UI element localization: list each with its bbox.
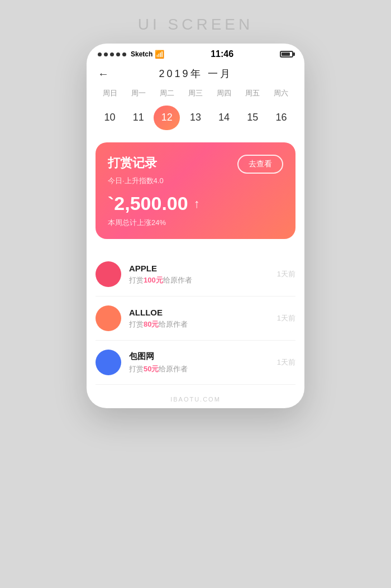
week-header-sat: 周六	[267, 86, 295, 101]
card-amount: `2,500.00	[108, 193, 188, 214]
calendar-day-15[interactable]: 15	[239, 106, 267, 129]
nav-bar: ← 2019年 一月	[87, 63, 304, 86]
card-top-row: 打赏记录 去查看	[108, 155, 283, 174]
record-time: 1天前	[277, 269, 295, 279]
status-time: 11:46	[211, 49, 233, 59]
card-subtitle: 今日·上升指数4.0	[108, 176, 283, 186]
record-item[interactable]: ALLLOE打赏80元给原作者1天前	[96, 297, 295, 341]
signal-dot-2	[104, 52, 108, 56]
page-bg-title: UI SCREEN	[138, 16, 253, 34]
record-desc: 打赏80元给原作者	[129, 319, 269, 329]
calendar-day-11[interactable]: 11	[124, 106, 152, 129]
calendar-day-16[interactable]: 16	[267, 106, 295, 129]
record-info: APPLE打赏100元给原作者	[129, 264, 269, 285]
week-header-wed: 周三	[181, 86, 209, 101]
battery-icon	[280, 51, 293, 58]
week-header-mon: 周一	[124, 86, 152, 101]
record-avatar	[96, 261, 121, 287]
reward-card: 打赏记录 去查看 今日·上升指数4.0 `2,500.00 ↑ 本周总计上涨24…	[96, 142, 295, 239]
record-info: 包图网打赏50元给原作者	[129, 351, 269, 374]
wifi-icon: 📶	[155, 50, 164, 59]
card-up-arrow-icon: ↑	[194, 197, 200, 211]
watermark: IBAOTU.COM	[87, 385, 304, 408]
phone-frame: Sketch 📶 11:46 ← 2019年 一月 周日 周一 周二 周三 周四…	[87, 44, 304, 408]
calendar-day-12[interactable]: 12	[152, 106, 181, 129]
calendar-days: 10 11 12 13 14 15 16	[96, 106, 295, 129]
week-header-fri: 周五	[239, 86, 267, 101]
week-header-thu: 周四	[210, 86, 239, 101]
record-name: 包图网	[129, 351, 269, 362]
calendar-day-13[interactable]: 13	[181, 106, 209, 129]
week-headers: 周日 周一 周二 周三 周四 周五 周六	[96, 86, 295, 101]
calendar-day-14[interactable]: 14	[210, 106, 239, 129]
record-name: ALLLOE	[129, 308, 269, 317]
status-right	[280, 51, 293, 58]
nav-title: 2019年 一月	[159, 67, 232, 80]
record-list: APPLE打赏100元给原作者1天前ALLLOE打赏80元给原作者1天前包图网打…	[87, 252, 304, 385]
calendar-section: 周日 周一 周二 周三 周四 周五 周六 10 11 12 13 14 15 1…	[87, 86, 304, 129]
record-desc: 打赏50元给原作者	[129, 364, 269, 374]
week-header-sun: 周日	[96, 86, 124, 101]
status-left: Sketch 📶	[98, 50, 164, 59]
signal-dot-4	[116, 52, 120, 56]
card-view-button[interactable]: 去查看	[237, 155, 283, 174]
week-header-tue: 周二	[152, 86, 181, 101]
record-avatar	[96, 305, 121, 331]
record-avatar	[96, 350, 121, 375]
record-time: 1天前	[277, 357, 295, 367]
back-button[interactable]: ←	[98, 68, 109, 80]
card-note: 本周总计上涨24%	[108, 218, 283, 228]
signal-dot-3	[110, 52, 114, 56]
record-item[interactable]: APPLE打赏100元给原作者1天前	[96, 252, 295, 297]
signal-dot-5	[122, 52, 126, 56]
record-desc: 打赏100元给原作者	[129, 275, 269, 285]
carrier-name: Sketch	[131, 50, 152, 58]
signal-dot-1	[98, 52, 102, 56]
record-time: 1天前	[277, 313, 295, 323]
status-bar: Sketch 📶 11:46	[87, 44, 304, 63]
card-amount-row: `2,500.00 ↑	[108, 193, 283, 214]
record-name: APPLE	[129, 264, 269, 273]
record-info: ALLLOE打赏80元给原作者	[129, 308, 269, 329]
card-title: 打赏记录	[108, 155, 157, 171]
calendar-day-10[interactable]: 10	[96, 106, 124, 129]
record-item[interactable]: 包图网打赏50元给原作者1天前	[96, 341, 295, 385]
battery-fill	[282, 52, 290, 56]
